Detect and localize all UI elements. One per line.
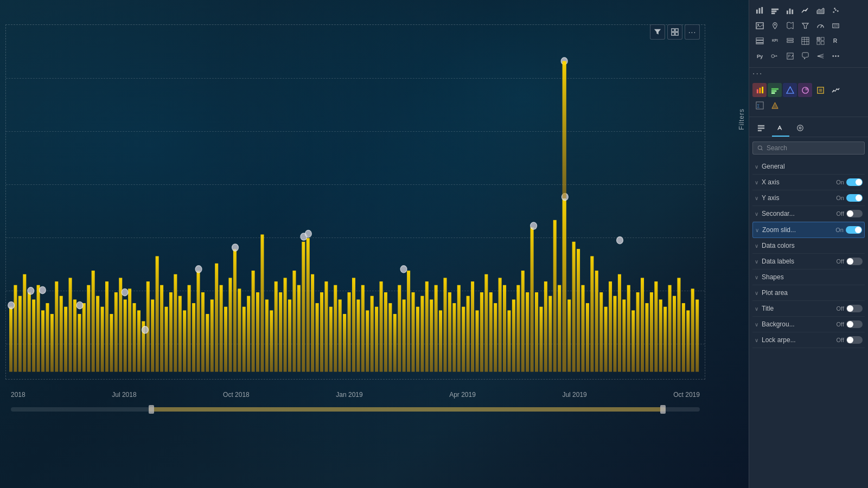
toggle-title[interactable]	[846, 305, 863, 312]
format-item-shapes[interactable]: ∨ Shapes	[752, 269, 865, 285]
chevron-xaxis: ∨	[755, 179, 758, 185]
tab-analytics[interactable]	[792, 120, 809, 137]
svg-rect-67	[297, 285, 301, 372]
format-item-data-colors[interactable]: ∨ Data colors	[752, 238, 865, 254]
svg-rect-87	[388, 303, 392, 372]
gauge-icon[interactable]	[813, 18, 827, 33]
status-xaxis: On	[836, 179, 844, 185]
svg-rect-115	[516, 285, 520, 372]
filter-button[interactable]	[650, 24, 665, 40]
key-influencers-icon[interactable]	[768, 49, 782, 63]
toggle-xaxis[interactable]	[846, 178, 863, 186]
format-item-xaxis[interactable]: ∨ X axis On	[752, 175, 865, 190]
svg-rect-18	[73, 299, 76, 371]
svg-rect-31	[133, 303, 136, 372]
qa-icon[interactable]	[798, 49, 812, 63]
filled-map-icon[interactable]	[783, 18, 797, 33]
tab-fields[interactable]	[752, 120, 770, 137]
colored-visual-5[interactable]	[813, 83, 827, 97]
svg-marker-225	[786, 86, 793, 93]
svg-point-159	[122, 288, 128, 296]
search-input[interactable]	[767, 144, 860, 152]
toggle-lock-aspect[interactable]	[846, 336, 863, 344]
bar-chart-icon[interactable]	[752, 3, 767, 17]
toggle-background[interactable]	[846, 320, 863, 328]
svg-rect-82	[366, 310, 369, 371]
map-icon[interactable]	[768, 18, 782, 33]
label-title: Title	[762, 305, 837, 312]
more-visuals-icon[interactable]	[828, 49, 843, 63]
powerpoint-icon[interactable]: P↗	[783, 49, 797, 63]
toggle-zoom[interactable]	[846, 226, 862, 234]
colored-visual-1[interactable]	[752, 83, 767, 97]
format-item-secondary[interactable]: ∨ Secondar... Off	[752, 206, 865, 222]
svg-point-216	[832, 55, 834, 57]
svg-rect-32	[137, 310, 141, 371]
svg-rect-65	[288, 299, 291, 371]
svg-rect-233	[758, 130, 762, 132]
svg-rect-76	[339, 299, 342, 371]
svg-rect-51	[224, 307, 227, 372]
svg-rect-141	[636, 292, 640, 372]
svg-rect-119	[535, 292, 538, 372]
format-item-data-labels[interactable]: ∨ Data labels Off	[752, 254, 865, 269]
scatter-chart-icon[interactable]	[828, 3, 843, 17]
svg-rect-5	[14, 285, 17, 372]
image-icon[interactable]	[752, 18, 767, 33]
svg-rect-2	[672, 33, 674, 35]
filters-tab[interactable]: Filters	[738, 108, 749, 130]
svg-rect-70	[311, 274, 314, 372]
colored-visual-6[interactable]	[828, 83, 843, 97]
multi-row-card-icon[interactable]	[752, 34, 767, 48]
format-item-general[interactable]: ∨ General	[752, 159, 865, 175]
tab-format[interactable]	[772, 120, 789, 137]
svg-rect-128	[577, 249, 580, 372]
status-background: Off	[837, 321, 844, 328]
colored-visual-8[interactable]	[768, 98, 782, 112]
colored-visual-4[interactable]	[798, 83, 812, 97]
svg-rect-203	[821, 37, 824, 40]
table-icon[interactable]	[798, 34, 812, 48]
area-chart-icon[interactable]	[813, 3, 827, 17]
toggle-yaxis[interactable]	[846, 194, 863, 202]
kpi-icon[interactable]: KPI	[768, 34, 782, 48]
svg-rect-205	[821, 41, 824, 44]
funnel-icon[interactable]	[798, 18, 812, 33]
format-item-lock-aspect[interactable]: ∨ Lock arpe... Off	[752, 332, 865, 348]
stacked-bar-icon[interactable]	[768, 3, 782, 17]
svg-rect-11	[41, 310, 44, 371]
format-item-plot-area[interactable]: ∨ Plot area	[752, 285, 865, 301]
colored-visual-2[interactable]	[768, 83, 782, 97]
search-box[interactable]	[752, 142, 865, 155]
slicer-icon[interactable]	[783, 34, 797, 48]
toggle-secondary[interactable]	[846, 210, 863, 217]
expand-button[interactable]	[667, 24, 682, 40]
svg-rect-44	[192, 303, 195, 372]
colored-visual-7[interactable]: ∑	[752, 98, 767, 112]
svg-rect-135	[609, 281, 612, 372]
colored-visual-3[interactable]	[783, 83, 797, 97]
more-button[interactable]: ···	[685, 24, 700, 40]
svg-rect-14	[55, 281, 58, 372]
svg-rect-117	[526, 292, 529, 372]
zoom-slider-control[interactable]	[5, 401, 705, 418]
format-item-title[interactable]: ∨ Title Off	[752, 301, 865, 317]
toggle-data-labels[interactable]	[846, 258, 863, 265]
format-item-background[interactable]: ∨ Backgrou... Off	[752, 317, 865, 332]
svg-rect-30	[128, 288, 131, 371]
svg-rect-60	[265, 299, 269, 371]
svg-rect-152	[686, 310, 690, 371]
format-item-yaxis[interactable]: ∨ Y axis On	[752, 190, 865, 206]
decomp-tree-icon[interactable]	[813, 49, 827, 63]
format-item-zoom-slider[interactable]: ∨ Zoom slid... On	[752, 222, 865, 238]
line-chart-icon[interactable]	[798, 3, 812, 17]
zoom-track[interactable]	[11, 407, 700, 412]
svg-point-236	[758, 146, 762, 150]
zoom-handle-left[interactable]	[149, 405, 154, 414]
zoom-handle-right[interactable]	[660, 405, 666, 414]
python-icon[interactable]: Py	[752, 49, 767, 63]
card-icon[interactable]: 123	[828, 18, 843, 33]
r-visual-icon[interactable]: R	[828, 34, 843, 48]
matrix-icon[interactable]	[813, 34, 827, 48]
column-chart-icon[interactable]	[783, 3, 797, 17]
